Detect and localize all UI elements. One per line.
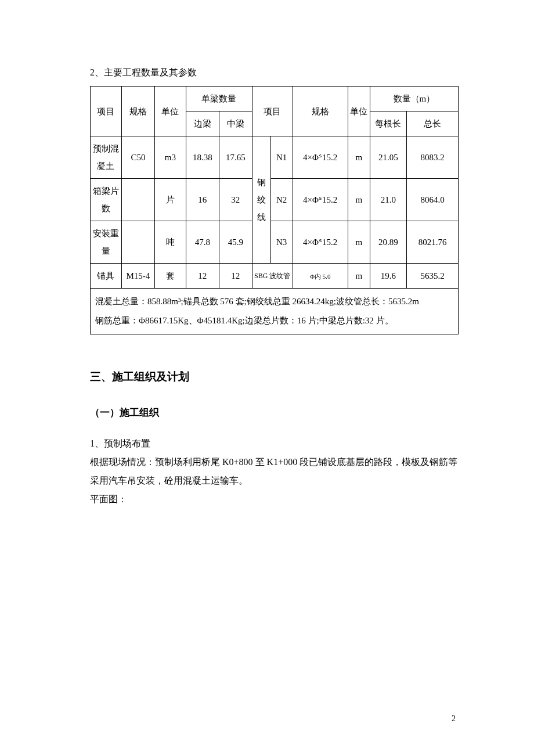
th-spec: 规格	[121, 87, 154, 136]
th-unit: 单位	[154, 87, 186, 136]
th-item2: 项目	[252, 87, 293, 136]
cell-item: 预制混凝土	[91, 136, 122, 179]
cell-item2: N1	[270, 136, 293, 179]
table-row: 箱梁片数 片 16 32 N2 4×Φˢ15.2 m 21.0 8064.0	[91, 179, 459, 221]
table-summary-row: 混凝土总量：858.88m³;锚具总数 576 套;钢绞线总重 26634.24…	[91, 289, 459, 334]
cell-unit: 套	[154, 264, 186, 289]
summary-line-2: 钢筋总重：Φ86617.15Kg、Φ45181.4Kg;边梁总片数：16 片;中…	[95, 311, 457, 330]
cell-unit2: m	[348, 179, 370, 221]
cell-side: 47.8	[186, 221, 219, 264]
cell-each: 21.05	[370, 136, 406, 179]
cell-mid: 32	[219, 179, 252, 221]
summary-line-1: 混凝土总量：858.88m³;锚具总数 576 套;钢绞线总重 26634.24…	[95, 292, 457, 311]
th-item: 项目	[91, 87, 122, 136]
cell-group2: 钢绞线	[252, 136, 270, 264]
cell-mid: 17.65	[219, 136, 252, 179]
cell-group2-sbg: SBG 波纹管	[252, 264, 293, 289]
page-number: 2	[452, 711, 456, 727]
cell-mid: 12	[219, 264, 252, 289]
cell-item: 安装重量	[91, 221, 122, 264]
cell-spec2: Φ内 5.0	[293, 264, 348, 289]
cell-item: 箱梁片数	[91, 179, 122, 221]
section-2-title: 2、主要工程数量及其参数	[90, 64, 459, 81]
table-header-row-1: 项目 规格 单位 单梁数量 项目 规格 单位 数量（m）	[91, 87, 459, 111]
cell-side: 18.38	[186, 136, 219, 179]
th-each-len: 每根长	[370, 111, 406, 136]
th-single-qty: 单梁数量	[186, 87, 252, 111]
cell-spec: M15-4	[121, 264, 154, 289]
cell-total: 8083.2	[407, 136, 459, 179]
table-row: 预制混凝土 C50 m3 18.38 17.65 钢绞线 N1 4×Φˢ15.2…	[91, 136, 459, 179]
body-num-title: 1、预制场布置	[90, 434, 459, 453]
cell-spec	[121, 221, 154, 264]
cell-total: 5635.2	[407, 264, 459, 289]
cell-spec2: 4×Φˢ15.2	[293, 136, 348, 179]
th-total-len: 总长	[407, 111, 459, 136]
heading-subsection-1: （一）施工组织	[90, 404, 459, 422]
table-row: 安装重量 吨 47.8 45.9 N3 4×Φˢ15.2 m 20.89 802…	[91, 221, 459, 264]
body-paragraph-2: 平面图：	[90, 490, 459, 509]
cell-item2: N3	[270, 221, 293, 264]
cell-total: 8064.0	[407, 179, 459, 221]
cell-item: 锚具	[91, 264, 122, 289]
cell-item2: N2	[270, 179, 293, 221]
th-mid: 中梁	[219, 111, 252, 136]
cell-total: 8021.76	[407, 221, 459, 264]
th-side: 边梁	[186, 111, 219, 136]
cell-unit2: m	[348, 221, 370, 264]
cell-side: 12	[186, 264, 219, 289]
heading-section-3: 三、施工组织及计划	[90, 366, 459, 387]
cell-unit: m3	[154, 136, 186, 179]
cell-spec	[121, 179, 154, 221]
cell-unit2: m	[348, 264, 370, 289]
th-qty-m: 数量（m）	[370, 87, 458, 111]
cell-each: 19.6	[370, 264, 406, 289]
cell-spec2: 4×Φˢ15.2	[293, 179, 348, 221]
cell-each: 21.0	[370, 179, 406, 221]
th-unit2: 单位	[348, 87, 370, 136]
cell-each: 20.89	[370, 221, 406, 264]
cell-side: 16	[186, 179, 219, 221]
table-row: 锚具 M15-4 套 12 12 SBG 波纹管 Φ内 5.0 m 19.6 5…	[91, 264, 459, 289]
cell-unit2: m	[348, 136, 370, 179]
summary-cell: 混凝土总量：858.88m³;锚具总数 576 套;钢绞线总重 26634.24…	[91, 289, 459, 334]
th-spec2: 规格	[293, 87, 348, 136]
cell-unit: 片	[154, 179, 186, 221]
cell-mid: 45.9	[219, 221, 252, 264]
body-paragraph-1: 根据现场情况：预制场利用桥尾 K0+800 至 K1+000 段已铺设底基层的路…	[90, 453, 459, 490]
cell-unit: 吨	[154, 221, 186, 264]
cell-spec: C50	[121, 136, 154, 179]
quantities-table: 项目 规格 单位 单梁数量 项目 规格 单位 数量（m） 边梁 中梁 每根长 总…	[90, 86, 459, 334]
cell-spec2: 4×Φˢ15.2	[293, 221, 348, 264]
